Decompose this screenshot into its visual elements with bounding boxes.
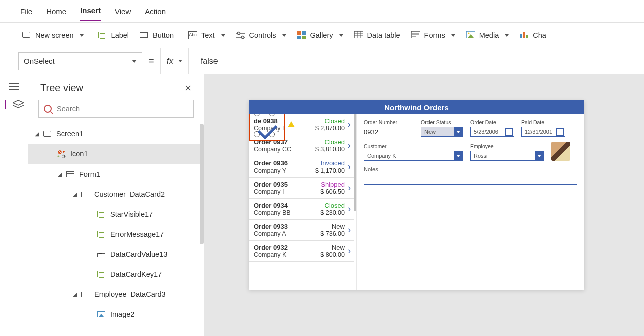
- property-selector-value: OnSelect: [24, 57, 55, 65]
- order-item[interactable]: Order 0934Company BBClosed$ 230.00›: [249, 199, 354, 220]
- tree-node-datacardvalue[interactable]: DataCardValue13: [28, 244, 204, 264]
- chevron-down-icon: [454, 151, 463, 160]
- svg-line-25: [59, 151, 61, 153]
- property-selector[interactable]: OnSelect: [18, 52, 142, 70]
- forms-dropdown[interactable]: Forms: [411, 31, 455, 39]
- fx-label: fx: [167, 56, 173, 66]
- tree-node-employee-card[interactable]: ◢ Employee_DataCard3: [28, 284, 204, 304]
- order-date-label: Order Date: [470, 119, 514, 125]
- customer-select[interactable]: Company K: [364, 151, 463, 161]
- svg-rect-4: [297, 31, 301, 35]
- tree-node-label: DataCardKey17: [110, 270, 162, 278]
- tree-scrollbar[interactable]: [200, 124, 204, 244]
- charts-dropdown[interactable]: Cha: [520, 31, 546, 39]
- tree-node-label: StarVisible17: [110, 210, 153, 218]
- tree-node-label: ErrorMessage17: [110, 230, 164, 238]
- notes-label: Notes: [364, 166, 577, 172]
- data-table-label: Data table: [367, 31, 400, 39]
- selection-box[interactable]: [249, 114, 285, 141]
- tree-search-input[interactable]: [57, 105, 188, 113]
- svg-rect-22: [526, 35, 528, 38]
- text-icon: Abc: [188, 31, 197, 39]
- chevron-right-icon: ›: [348, 204, 351, 214]
- order-status: Closed: [320, 202, 345, 209]
- resize-handle-icon[interactable]: [269, 114, 275, 116]
- tree-search[interactable]: [38, 100, 194, 118]
- paid-date-input[interactable]: 12/31/2001: [521, 127, 565, 137]
- tree-node-form1[interactable]: ◢ Form1: [28, 164, 204, 184]
- order-date-input[interactable]: 5/23/2006: [470, 127, 514, 137]
- order-status-value: New: [424, 129, 436, 135]
- tree-node-label: Customer_DataCard2: [94, 190, 165, 198]
- menu-insert[interactable]: Insert: [80, 1, 101, 21]
- order-company: Company BB: [254, 209, 320, 216]
- tree-node-label: Icon1: [70, 150, 88, 158]
- customer-label: Customer: [364, 143, 463, 149]
- button-icon: [140, 31, 149, 39]
- new-screen-button[interactable]: New screen: [22, 31, 84, 39]
- tree-node-customer-card[interactable]: ◢ Customer_DataCard2: [28, 184, 204, 204]
- close-icon[interactable]: ✕: [184, 83, 192, 94]
- notes-input[interactable]: [364, 174, 577, 185]
- canvas[interactable]: Northwind Orders de 0938Company FClosed$…: [204, 74, 644, 336]
- menu-action[interactable]: Action: [145, 2, 166, 21]
- order-amount: $ 800.00: [320, 251, 345, 258]
- controls-dropdown-label: Controls: [249, 31, 276, 39]
- tree-node-label: Image2: [110, 310, 134, 318]
- button-button[interactable]: Button: [140, 31, 174, 39]
- formula-input[interactable]: false: [195, 48, 629, 74]
- search-icon: [44, 105, 52, 113]
- svg-text:+: +: [57, 154, 60, 158]
- resize-handle-icon[interactable]: [254, 114, 260, 116]
- order-status-select[interactable]: New: [421, 127, 463, 137]
- controls-dropdown[interactable]: Controls: [236, 31, 286, 39]
- tree-node-image2[interactable]: Image2: [28, 304, 204, 324]
- data-table-button[interactable]: Data table: [354, 31, 400, 39]
- tree-node-icon1[interactable]: + Icon1: [28, 144, 204, 164]
- chevron-right-icon: ›: [348, 225, 351, 235]
- order-amount: $ 606.50: [320, 188, 345, 195]
- employee-select[interactable]: Rossi: [470, 151, 544, 161]
- tree-node-errormessage[interactable]: ErrorMessage17: [28, 224, 204, 244]
- order-company: Company CC: [254, 146, 315, 153]
- label-button[interactable]: Label: [98, 31, 129, 39]
- chevron-right-icon: ›: [348, 246, 351, 256]
- order-item[interactable]: Order 0932Company KNew$ 800.00›: [249, 241, 354, 262]
- menu-view[interactable]: View: [115, 2, 131, 21]
- fx-button[interactable]: fx: [160, 48, 189, 74]
- chevron-right-icon: ›: [348, 119, 351, 130]
- order-title: Order 0932: [254, 244, 320, 251]
- tree-node-datacardkey[interactable]: DataCardKey17: [28, 264, 204, 284]
- media-dropdown-label: Media: [479, 31, 499, 39]
- svg-point-3: [241, 36, 244, 39]
- order-item[interactable]: Order 0933Company ANew$ 736.00›: [249, 220, 354, 241]
- tree-node-starvisible[interactable]: StarVisible17: [28, 204, 204, 224]
- hamburger-icon[interactable]: [9, 83, 19, 90]
- order-gallery[interactable]: de 0938Company FClosed$ 2,870.00›Order 0…: [249, 114, 357, 290]
- charts-icon: [520, 31, 529, 39]
- order-title: Order 0934: [254, 202, 320, 209]
- order-company: Company Y: [254, 167, 315, 174]
- text-dropdown[interactable]: Abc Text: [188, 31, 225, 39]
- media-dropdown[interactable]: Media: [466, 31, 509, 39]
- tree-view-icon[interactable]: [5, 100, 16, 109]
- tree-node-screen1[interactable]: ◢ Screen1: [28, 124, 204, 144]
- svg-rect-21: [523, 32, 525, 38]
- controls-icon: [236, 31, 245, 39]
- order-item[interactable]: Order 0935Company IShipped$ 606.50›: [249, 178, 354, 199]
- order-status: Shipped: [320, 181, 345, 188]
- chevron-right-icon: ›: [348, 140, 351, 151]
- order-status: Invoiced: [315, 159, 345, 167]
- charts-dropdown-label: Cha: [533, 31, 546, 39]
- gallery-scrollbar[interactable]: [354, 114, 356, 211]
- gallery-dropdown[interactable]: Gallery: [297, 31, 343, 39]
- menu-home[interactable]: Home: [46, 2, 66, 21]
- order-date-value: 5/23/2006: [474, 129, 498, 135]
- svg-point-18: [468, 33, 469, 34]
- employee-label: Employee: [470, 143, 544, 149]
- warning-icon: [288, 121, 295, 127]
- label-icon: [98, 31, 107, 39]
- order-item[interactable]: Order 0936Company YInvoiced$ 1,170.00›: [249, 156, 354, 178]
- menu-file[interactable]: File: [20, 2, 32, 21]
- formula-value: false: [201, 57, 218, 66]
